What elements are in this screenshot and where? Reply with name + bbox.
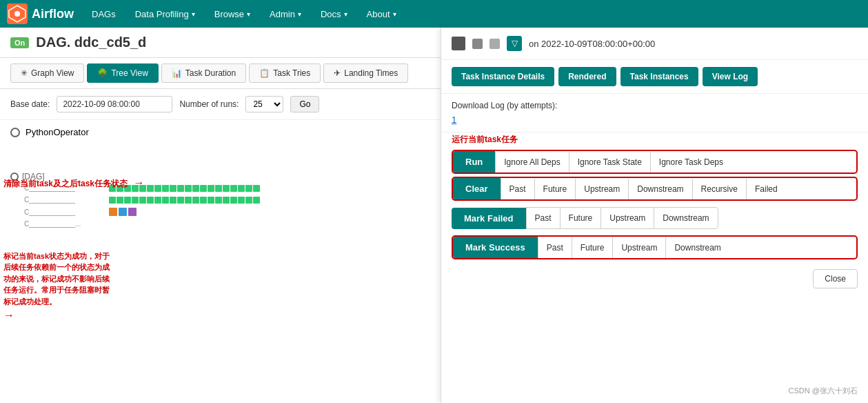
graph-view-label: Graph View [31, 68, 74, 78]
radio-python-operator[interactable] [10, 128, 20, 137]
on-badge: On [10, 37, 29, 48]
brand: Airflow [7, 3, 74, 24]
mark-failed-button[interactable]: Mark Failed [452, 208, 527, 229]
nav-about[interactable]: About ▾ [359, 5, 405, 23]
nav-browse-label: Browse [214, 9, 244, 19]
mark-success-downstream-button[interactable]: Downstream [665, 237, 729, 258]
ignore-all-deps-button[interactable]: Ignore All Deps [495, 152, 568, 173]
clear-button[interactable]: Clear [453, 178, 501, 199]
num-runs-label: Number of runs: [179, 99, 239, 109]
num-runs-select[interactable]: 25 50 100 [245, 96, 283, 112]
mark-failed-downstream-button[interactable]: Downstream [654, 207, 718, 229]
airflow-logo-icon [7, 3, 28, 24]
rendered-button[interactable]: Rendered [558, 67, 616, 86]
download-log-title: Download Log (by attempts): [452, 101, 858, 110]
dag-title: DAG. ddc_cd5_d [36, 35, 146, 50]
nav-docs-arrow-icon: ▾ [344, 10, 347, 18]
ignore-task-deps-button[interactable]: Ignore Task Deps [650, 152, 731, 173]
task-duration-icon: 📊 [172, 68, 182, 78]
mark-success-past-button[interactable]: Past [538, 237, 572, 258]
clear-recursive-button[interactable]: Recursive [692, 179, 746, 199]
base-date-label: Base date: [10, 99, 50, 109]
clear-past-button[interactable]: Past [501, 179, 534, 199]
clear-button-group: Clear Past Future Upstream Downstream Re… [452, 177, 858, 201]
nav-data-profiling[interactable]: Data Profiling ▾ [127, 5, 203, 23]
nav-admin-label: Admin [270, 9, 295, 19]
tab-task-tries[interactable]: 📋 Task Tries [249, 63, 321, 83]
task-icon [452, 37, 465, 50]
action-buttons: Task Instance Details Rendered Task Inst… [441, 60, 868, 94]
run-button-group: Run Ignore All Deps Ignore Task State Ig… [452, 150, 858, 174]
download-log-section: Download Log (by attempts): 1 [441, 94, 868, 132]
task-instance-details-button[interactable]: Task Instance Details [452, 67, 554, 86]
landing-times-label: Landing Times [344, 68, 398, 78]
tab-graph-view[interactable]: ✳ Graph View [10, 63, 84, 83]
nav-about-label: About [367, 9, 390, 19]
nav-docs-label: Docs [321, 9, 341, 19]
run-annotation-text: 运行当前task任务 [452, 134, 518, 146]
mark-success-future-button[interactable]: Future [572, 237, 613, 258]
main-content: On DAG. ddc_cd5_d ✳ Graph View 🌳 Tree Vi… [0, 28, 868, 403]
watermark: CSDN @张六十刘石 [789, 386, 858, 396]
run-annotation-row: 运行当前task任务 [441, 132, 868, 147]
nav-data-profiling-label: Data Profiling [135, 9, 189, 19]
clear-annotation: 清除当前task及之后task任务状态 → [3, 175, 144, 190]
filter-icon: ▽ [507, 36, 522, 51]
header-date: on 2022-10-09T08:00:00+00:00 [529, 39, 655, 49]
landing-times-icon: ✈ [334, 68, 341, 78]
nav-admin[interactable]: Admin ▾ [261, 5, 310, 23]
mark-failed-button-group: Mark Failed Past Future Upstream Downstr… [441, 204, 868, 233]
clear-failed-button[interactable]: Failed [746, 179, 786, 199]
nav-admin-arrow-icon: ▾ [298, 10, 301, 18]
clear-annotation-text: 清除当前task及之后task任务状态 [3, 179, 128, 188]
nav-browse-arrow-icon: ▾ [247, 10, 250, 18]
mark-failed-upstream-button[interactable]: Upstream [600, 207, 654, 229]
clear-future-button[interactable]: Future [534, 179, 576, 199]
nav-dags[interactable]: DAGs [83, 5, 124, 23]
log-attempt-link[interactable]: 1 [452, 115, 456, 125]
mark-success-arrow-icon: → [3, 309, 14, 321]
right-panel-header: ▽ on 2022-10-09T08:00:00+00:00 [441, 28, 868, 60]
base-date-input[interactable] [57, 96, 172, 112]
tab-tree-view[interactable]: 🌳 Tree View [87, 63, 158, 83]
mark-success-button[interactable]: Mark Success [453, 237, 538, 258]
go-button[interactable]: Go [290, 96, 319, 112]
task-tries-label: Task Tries [273, 68, 310, 78]
right-panel: ▽ on 2022-10-09T08:00:00+00:00 Task Inst… [441, 28, 868, 403]
tab-task-duration[interactable]: 📊 Task Duration [161, 63, 246, 83]
mark-success-button-group: Mark Success Past Future Upstream Downst… [452, 235, 858, 259]
clear-upstream-button[interactable]: Upstream [575, 179, 628, 199]
view-log-button[interactable]: View Log [703, 67, 758, 86]
mark-success-line1: 标记当前task状态为成功，对于 后续任务依赖前一个的状态为成 功的来说，标记成… [3, 250, 110, 308]
ignore-task-state-button[interactable]: Ignore Task State [569, 152, 650, 173]
task-tries-icon: 📋 [259, 68, 270, 78]
sub-icon2 [489, 39, 500, 49]
graph-view-icon: ✳ [21, 68, 28, 78]
brand-label: Airflow [32, 7, 74, 21]
navbar: Airflow DAGs Data Profiling ▾ Browse ▾ A… [0, 0, 868, 28]
clear-arrow-icon: → [133, 177, 144, 188]
tree-view-icon: 🌳 [97, 68, 108, 78]
task-duration-label: Task Duration [185, 68, 236, 78]
nav-data-profiling-arrow-icon: ▾ [192, 10, 195, 18]
close-button[interactable]: Close [813, 269, 858, 288]
nav-browse[interactable]: Browse ▾ [206, 5, 259, 23]
sub-icon [472, 39, 483, 49]
nav-docs[interactable]: Docs ▾ [312, 5, 356, 23]
tab-landing-times[interactable]: ✈ Landing Times [323, 63, 408, 83]
close-row: Close [441, 262, 868, 295]
mark-failed-past-button[interactable]: Past [526, 207, 561, 229]
clear-downstream-button[interactable]: Downstream [628, 179, 692, 199]
python-operator-label: PythonOperator [26, 127, 89, 137]
nav-about-arrow-icon: ▾ [393, 10, 396, 18]
svg-point-2 [14, 11, 20, 17]
run-button[interactable]: Run [453, 151, 495, 173]
nav-dags-label: DAGs [92, 9, 116, 19]
mark-success-annotation: 标记当前task状态为成功，对于 后续任务依赖前一个的状态为成 功的来说，标记成… [3, 250, 110, 324]
tree-view-label: Tree View [111, 68, 148, 78]
mark-failed-future-button[interactable]: Future [560, 207, 602, 229]
task-instances-button[interactable]: Task Instances [620, 67, 698, 86]
mark-success-upstream-button[interactable]: Upstream [612, 237, 665, 258]
